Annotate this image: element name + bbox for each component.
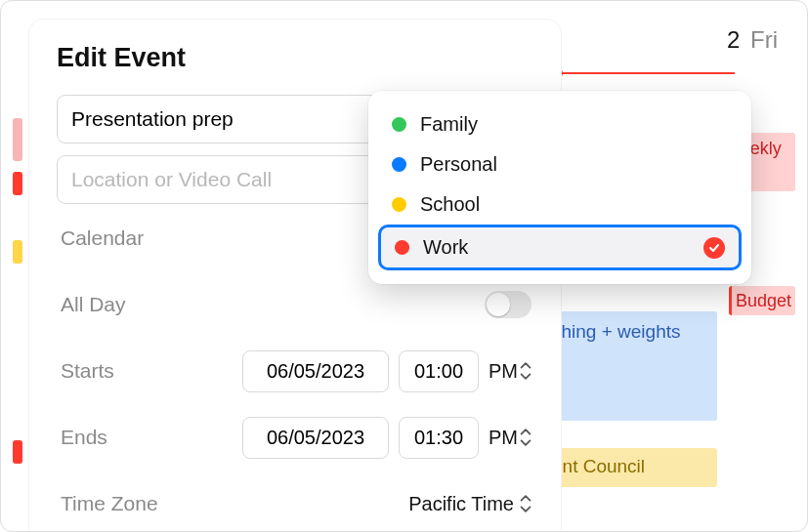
ends-label: Ends — [61, 426, 207, 449]
calendar-option-label: Personal — [420, 153, 497, 176]
stepper-icon — [520, 428, 532, 447]
timezone-select[interactable]: Pacific Time — [408, 493, 532, 515]
ends-ampm-stepper[interactable]: PM — [489, 427, 532, 449]
calendar-option-label: Work — [423, 236, 468, 259]
calendar-dot-icon — [392, 157, 406, 172]
starts-ampm-stepper[interactable]: PM — [489, 360, 532, 383]
checkmark-icon — [703, 237, 725, 259]
starts-time-input[interactable]: 01:00 — [399, 350, 479, 392]
event-title: ent Council — [552, 456, 645, 476]
ends-time-input[interactable]: 01:30 — [399, 417, 479, 459]
ends-ampm-value: PM — [489, 427, 518, 449]
stepper-icon — [520, 494, 532, 513]
calendar-option-school[interactable]: School — [378, 184, 742, 225]
starts-ampm-value: PM — [489, 360, 518, 383]
event-edge — [13, 118, 22, 161]
calendar-option-personal[interactable]: Personal — [378, 144, 742, 184]
calendar-label: Calendar — [61, 226, 207, 250]
event-title: ching + weights — [552, 321, 681, 342]
calendar-option-label: Family — [420, 113, 478, 136]
popover-title: Edit Event — [57, 43, 535, 73]
event-edge — [13, 440, 22, 464]
event-block-budget[interactable]: Budget — [729, 286, 795, 315]
timezone-label: Time Zone — [61, 492, 207, 515]
stepper-icon — [520, 361, 532, 381]
calendar-option-work[interactable]: Work — [378, 225, 742, 270]
ends-date-input[interactable]: 06/05/2023 — [242, 417, 389, 459]
event-title: Budget — [736, 291, 791, 310]
starts-label: Starts — [61, 359, 207, 383]
all-day-label: All Day — [61, 293, 207, 316]
event-edge — [13, 240, 22, 264]
day-number: 2 — [727, 26, 740, 53]
calendar-dot-icon — [395, 240, 409, 255]
all-day-row: All Day — [61, 282, 532, 327]
event-block-council[interactable]: ent Council — [541, 448, 717, 487]
starts-date-input[interactable]: 06/05/2023 — [242, 350, 389, 392]
calendar-option-family[interactable]: Family — [378, 104, 742, 144]
current-time-indicator — [558, 72, 735, 74]
all-day-toggle[interactable] — [485, 291, 532, 318]
left-event-edges — [1, 1, 22, 531]
event-edge — [13, 172, 22, 195]
day-name: Fri — [750, 26, 778, 53]
calendar-dot-icon — [392, 117, 406, 132]
starts-row: Starts 06/05/2023 01:00 PM — [61, 348, 532, 393]
event-block-stretching[interactable]: ching + weights — [541, 311, 717, 421]
ends-row: Ends 06/05/2023 01:30 PM — [61, 415, 532, 460]
timezone-value: Pacific Time — [408, 493, 514, 515]
day-header: 2 Fri — [727, 26, 778, 54]
calendar-select-menu[interactable]: Family Personal School Work — [368, 91, 751, 284]
timezone-row[interactable]: Time Zone Pacific Time — [61, 481, 532, 526]
calendar-dot-icon — [392, 197, 406, 212]
calendar-option-label: School — [420, 193, 480, 216]
